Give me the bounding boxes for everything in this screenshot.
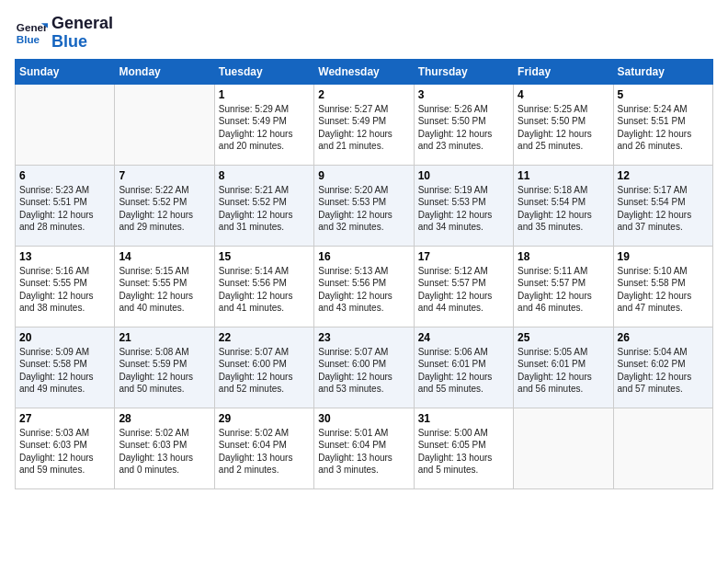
calendar-table: SundayMondayTuesdayWednesdayThursdayFrid…: [15, 59, 713, 489]
calendar-cell: 31Sunrise: 5:00 AM Sunset: 6:05 PM Dayli…: [414, 408, 513, 488]
calendar-cell: 5Sunrise: 5:24 AM Sunset: 5:51 PM Daylig…: [613, 84, 712, 165]
day-content: Sunrise: 5:13 AM Sunset: 5:56 PM Dayligh…: [318, 265, 409, 315]
day-number: 19: [618, 250, 709, 263]
day-content: Sunrise: 5:27 AM Sunset: 5:49 PM Dayligh…: [318, 103, 409, 153]
logo-text: General Blue: [51, 15, 113, 52]
calendar-cell: [16, 84, 115, 165]
day-content: Sunrise: 5:29 AM Sunset: 5:49 PM Dayligh…: [219, 103, 310, 153]
day-number: 25: [518, 331, 609, 344]
day-number: 27: [19, 412, 110, 425]
calendar-cell: 26Sunrise: 5:04 AM Sunset: 6:02 PM Dayli…: [613, 327, 712, 408]
calendar-body: 1Sunrise: 5:29 AM Sunset: 5:49 PM Daylig…: [16, 84, 713, 488]
header-day-friday: Friday: [514, 59, 613, 84]
day-content: Sunrise: 5:16 AM Sunset: 5:55 PM Dayligh…: [19, 265, 110, 315]
day-number: 24: [418, 331, 509, 344]
header-day-tuesday: Tuesday: [214, 59, 313, 84]
day-number: 23: [318, 331, 409, 344]
day-number: 10: [418, 169, 509, 182]
calendar-cell: 10Sunrise: 5:19 AM Sunset: 5:53 PM Dayli…: [414, 165, 513, 246]
day-number: 9: [318, 169, 409, 182]
calendar-cell: 21Sunrise: 5:08 AM Sunset: 5:59 PM Dayli…: [115, 327, 214, 408]
calendar-cell: 1Sunrise: 5:29 AM Sunset: 5:49 PM Daylig…: [214, 84, 313, 165]
calendar-cell: 25Sunrise: 5:05 AM Sunset: 6:01 PM Dayli…: [514, 327, 613, 408]
day-content: Sunrise: 5:25 AM Sunset: 5:50 PM Dayligh…: [518, 103, 609, 153]
day-number: 2: [318, 88, 409, 101]
day-content: Sunrise: 5:17 AM Sunset: 5:54 PM Dayligh…: [618, 184, 709, 234]
calendar-cell: 9Sunrise: 5:20 AM Sunset: 5:53 PM Daylig…: [314, 165, 414, 246]
calendar-week-3: 13Sunrise: 5:16 AM Sunset: 5:55 PM Dayli…: [16, 246, 713, 327]
calendar-cell: 15Sunrise: 5:14 AM Sunset: 5:56 PM Dayli…: [214, 246, 313, 327]
day-number: 8: [219, 169, 310, 182]
day-number: 3: [418, 88, 509, 101]
day-number: 11: [518, 169, 609, 182]
calendar-cell: 4Sunrise: 5:25 AM Sunset: 5:50 PM Daylig…: [514, 84, 613, 165]
calendar-cell: 2Sunrise: 5:27 AM Sunset: 5:49 PM Daylig…: [314, 84, 414, 165]
day-content: Sunrise: 5:23 AM Sunset: 5:51 PM Dayligh…: [19, 184, 110, 234]
calendar-cell: 6Sunrise: 5:23 AM Sunset: 5:51 PM Daylig…: [16, 165, 115, 246]
calendar-week-2: 6Sunrise: 5:23 AM Sunset: 5:51 PM Daylig…: [16, 165, 713, 246]
day-number: 5: [618, 88, 709, 101]
calendar-cell: 8Sunrise: 5:21 AM Sunset: 5:52 PM Daylig…: [214, 165, 313, 246]
day-content: Sunrise: 5:06 AM Sunset: 6:01 PM Dayligh…: [418, 346, 509, 396]
calendar-cell: 16Sunrise: 5:13 AM Sunset: 5:56 PM Dayli…: [314, 246, 414, 327]
calendar-cell: 11Sunrise: 5:18 AM Sunset: 5:54 PM Dayli…: [514, 165, 613, 246]
day-content: Sunrise: 5:01 AM Sunset: 6:04 PM Dayligh…: [318, 427, 409, 477]
day-content: Sunrise: 5:11 AM Sunset: 5:57 PM Dayligh…: [518, 265, 609, 315]
calendar-cell: 18Sunrise: 5:11 AM Sunset: 5:57 PM Dayli…: [514, 246, 613, 327]
day-number: 31: [418, 412, 509, 425]
day-number: 21: [119, 331, 210, 344]
day-content: Sunrise: 5:26 AM Sunset: 5:50 PM Dayligh…: [418, 103, 509, 153]
logo-icon: General Blue: [15, 17, 48, 50]
svg-text:General: General: [17, 21, 48, 33]
header-day-monday: Monday: [115, 59, 214, 84]
day-content: Sunrise: 5:08 AM Sunset: 5:59 PM Dayligh…: [119, 346, 210, 396]
calendar-cell: 12Sunrise: 5:17 AM Sunset: 5:54 PM Dayli…: [613, 165, 712, 246]
svg-text:Blue: Blue: [17, 33, 40, 45]
calendar-cell: 24Sunrise: 5:06 AM Sunset: 6:01 PM Dayli…: [414, 327, 513, 408]
day-content: Sunrise: 5:19 AM Sunset: 5:53 PM Dayligh…: [418, 184, 509, 234]
day-number: 22: [219, 331, 310, 344]
header-day-wednesday: Wednesday: [314, 59, 414, 84]
day-content: Sunrise: 5:04 AM Sunset: 6:02 PM Dayligh…: [618, 346, 709, 396]
day-number: 17: [418, 250, 509, 263]
header-row: SundayMondayTuesdayWednesdayThursdayFrid…: [16, 59, 713, 84]
header-day-sunday: Sunday: [16, 59, 115, 84]
day-content: Sunrise: 5:21 AM Sunset: 5:52 PM Dayligh…: [219, 184, 310, 234]
calendar-cell: [115, 84, 214, 165]
day-content: Sunrise: 5:12 AM Sunset: 5:57 PM Dayligh…: [418, 265, 509, 315]
day-content: Sunrise: 5:00 AM Sunset: 6:05 PM Dayligh…: [418, 427, 509, 477]
calendar-cell: 28Sunrise: 5:02 AM Sunset: 6:03 PM Dayli…: [115, 408, 214, 488]
calendar-week-1: 1Sunrise: 5:29 AM Sunset: 5:49 PM Daylig…: [16, 84, 713, 165]
day-content: Sunrise: 5:10 AM Sunset: 5:58 PM Dayligh…: [618, 265, 709, 315]
header-day-saturday: Saturday: [613, 59, 712, 84]
calendar-cell: 13Sunrise: 5:16 AM Sunset: 5:55 PM Dayli…: [16, 246, 115, 327]
day-number: 6: [19, 169, 110, 182]
day-number: 7: [119, 169, 210, 182]
calendar-header: SundayMondayTuesdayWednesdayThursdayFrid…: [16, 59, 713, 84]
day-content: Sunrise: 5:05 AM Sunset: 6:01 PM Dayligh…: [518, 346, 609, 396]
calendar-cell: 3Sunrise: 5:26 AM Sunset: 5:50 PM Daylig…: [414, 84, 513, 165]
day-content: Sunrise: 5:22 AM Sunset: 5:52 PM Dayligh…: [119, 184, 210, 234]
day-number: 30: [318, 412, 409, 425]
calendar-cell: [613, 408, 712, 488]
day-content: Sunrise: 5:14 AM Sunset: 5:56 PM Dayligh…: [219, 265, 310, 315]
day-content: Sunrise: 5:15 AM Sunset: 5:55 PM Dayligh…: [119, 265, 210, 315]
calendar-cell: 23Sunrise: 5:07 AM Sunset: 6:00 PM Dayli…: [314, 327, 414, 408]
day-number: 14: [119, 250, 210, 263]
calendar-cell: 29Sunrise: 5:02 AM Sunset: 6:04 PM Dayli…: [214, 408, 313, 488]
calendar-cell: 27Sunrise: 5:03 AM Sunset: 6:03 PM Dayli…: [16, 408, 115, 488]
day-content: Sunrise: 5:20 AM Sunset: 5:53 PM Dayligh…: [318, 184, 409, 234]
day-number: 15: [219, 250, 310, 263]
day-content: Sunrise: 5:07 AM Sunset: 6:00 PM Dayligh…: [219, 346, 310, 396]
day-content: Sunrise: 5:02 AM Sunset: 6:04 PM Dayligh…: [219, 427, 310, 477]
day-number: 26: [618, 331, 709, 344]
calendar-cell: 20Sunrise: 5:09 AM Sunset: 5:58 PM Dayli…: [16, 327, 115, 408]
day-number: 16: [318, 250, 409, 263]
calendar-week-5: 27Sunrise: 5:03 AM Sunset: 6:03 PM Dayli…: [16, 408, 713, 488]
day-number: 13: [19, 250, 110, 263]
day-content: Sunrise: 5:24 AM Sunset: 5:51 PM Dayligh…: [618, 103, 709, 153]
day-content: Sunrise: 5:03 AM Sunset: 6:03 PM Dayligh…: [19, 427, 110, 477]
calendar-cell: 17Sunrise: 5:12 AM Sunset: 5:57 PM Dayli…: [414, 246, 513, 327]
calendar-cell: 7Sunrise: 5:22 AM Sunset: 5:52 PM Daylig…: [115, 165, 214, 246]
page-header: General Blue General Blue: [15, 15, 713, 52]
